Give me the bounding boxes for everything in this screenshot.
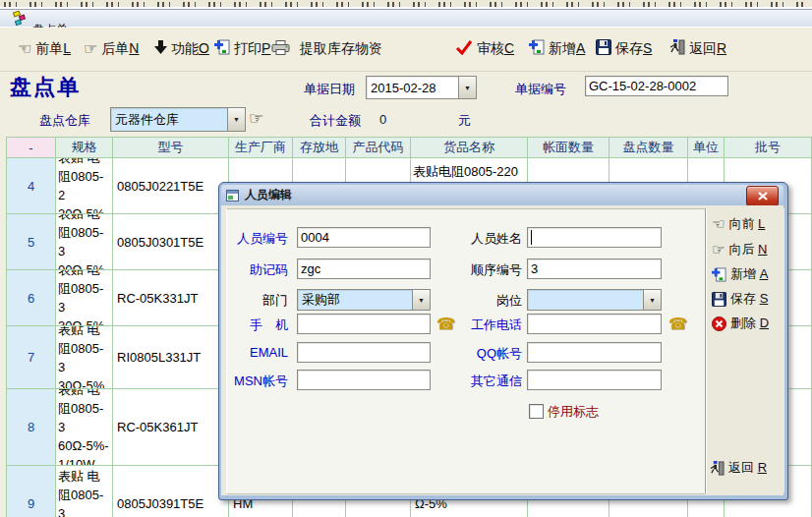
chevron-down-icon[interactable]: ▼ <box>458 77 476 98</box>
page-title: 盘点单 <box>10 73 81 102</box>
dialog-titlebar[interactable]: 人员编辑 <box>221 185 783 205</box>
return-button[interactable]: 返回R <box>669 28 726 71</box>
work-phone-label: 工作电话 <box>460 316 522 334</box>
dialog-title: 人员编辑 <box>245 187 292 203</box>
table-cell-spec[interactable]: 表贴 电 阻0805-3 00Ω-5% <box>56 214 113 270</box>
table-cell-model[interactable]: RI0805L331JT <box>113 326 229 389</box>
doc-no-input[interactable] <box>585 76 728 96</box>
phone-icon[interactable]: ☎ <box>436 316 456 332</box>
exit-door-icon <box>669 39 685 59</box>
save-button[interactable]: 保存S <box>596 28 652 71</box>
qq-input[interactable] <box>527 342 662 363</box>
column-header: 单位 <box>688 138 725 158</box>
functions-button[interactable]: 功能O <box>154 28 209 71</box>
dlg-return-button[interactable]: 返回 R <box>710 459 767 477</box>
chevron-down-icon[interactable]: ▼ <box>227 108 245 131</box>
floppy-icon <box>596 39 611 59</box>
table-cell-model[interactable]: RC-05K331JT <box>113 270 229 326</box>
text-caret <box>531 230 532 245</box>
hand-left-icon: ☜ <box>18 41 31 57</box>
dlg-backward-button[interactable]: ☞ 向后 N <box>712 241 767 258</box>
dlg-delete-button[interactable]: 删除 D <box>712 315 769 332</box>
emp-no-label: 人员编号 <box>226 230 288 248</box>
emp-name-input[interactable] <box>527 227 662 248</box>
printer-icon-button[interactable] <box>271 28 290 71</box>
label-text: 保存 <box>615 40 643 56</box>
audit-button[interactable]: 审核C <box>455 28 514 71</box>
dept-label: 部门 <box>226 292 288 310</box>
total-amount-label: 合计金额 <box>310 112 361 130</box>
phone-icon[interactable]: ☎ <box>668 316 688 332</box>
dialog-form-icon <box>226 190 239 201</box>
chevron-down-icon[interactable]: ▼ <box>643 290 661 310</box>
button-label: 前单L <box>35 40 71 58</box>
hotkey: R <box>758 460 767 475</box>
table-cell-spec[interactable]: 表贴 电 阻0805-3 60Ω-5%- 1/10W <box>56 389 113 466</box>
chevron-down-icon[interactable]: ▼ <box>412 290 430 310</box>
button-label: 新增 A <box>730 265 768 283</box>
post-label: 岗位 <box>460 292 522 310</box>
table-cell-spec[interactable]: 表贴 电 阻0805-3 30Ω-5% <box>56 270 113 326</box>
table-cell-rownum[interactable]: 5 <box>7 214 56 270</box>
disable-flag-label: 停用标志 <box>548 403 599 421</box>
print-button[interactable]: 打印P <box>214 28 270 71</box>
column-header: 规格 <box>56 138 113 158</box>
msn-input[interactable] <box>297 370 431 390</box>
label-text: 打印 <box>234 40 261 56</box>
label-text: 审核 <box>477 40 504 56</box>
hotkey: N <box>129 40 139 56</box>
work-phone-input[interactable] <box>527 314 662 334</box>
currency-unit: 元 <box>458 112 471 130</box>
emp-name-label: 人员姓名 <box>460 230 522 248</box>
hotkey: N <box>758 242 767 257</box>
table-cell-model[interactable]: 0805J0391T5E <box>113 466 229 517</box>
button-label: 向前 L <box>728 215 765 233</box>
table-cell-spec[interactable]: 表贴 电 阻0805-3 90Ω-5% <box>56 466 113 517</box>
hotkey: A <box>576 40 585 56</box>
extract-stock-button[interactable]: 提取库存物资 <box>300 28 382 71</box>
dlg-save-button[interactable]: 保存 S <box>712 290 768 308</box>
post-combo[interactable]: ▼ <box>527 289 662 311</box>
column-header: 货品名称 <box>411 138 528 158</box>
next-doc-button[interactable]: ☞ 后单N <box>84 28 139 71</box>
table-cell-model[interactable]: RC-05K361JT <box>113 389 229 466</box>
close-button[interactable] <box>746 186 779 206</box>
hand-right-icon: ☞ <box>712 243 725 258</box>
table-cell-spec[interactable]: 表贴 电 阻0805-3 30Ω-5% <box>56 326 113 389</box>
print-doc-icon <box>214 39 230 59</box>
hotkey: O <box>199 40 209 56</box>
other-contact-input[interactable] <box>527 370 662 390</box>
hand-right-icon[interactable]: ☞ <box>249 110 263 127</box>
dlg-forward-button[interactable]: ☜ 向前 L <box>712 215 765 233</box>
warehouse-label: 盘点仓库 <box>39 112 90 130</box>
table-cell-rownum[interactable]: 9 <box>7 466 56 517</box>
warehouse-combo[interactable]: 元器件仓库 ▼ <box>110 107 246 132</box>
label-text: 后单 <box>101 40 129 56</box>
table-cell-rownum[interactable]: 7 <box>7 326 56 389</box>
table-cell-model[interactable]: 0805J0221T5E <box>113 158 229 214</box>
doc-date-combo[interactable]: 2015-02-28 ▼ <box>366 76 477 99</box>
warehouse-value: 元器件仓库 <box>111 111 227 129</box>
email-input[interactable] <box>297 342 431 363</box>
dlg-add-button[interactable]: 新增 A <box>712 265 768 283</box>
table-cell-rownum[interactable]: 4 <box>7 158 56 214</box>
table-cell-rownum[interactable]: 6 <box>7 270 56 326</box>
msn-label: MSN帐号 <box>226 373 288 390</box>
disable-flag-checkbox[interactable] <box>529 404 544 419</box>
column-header: 批号 <box>725 138 812 158</box>
mobile-input[interactable] <box>297 314 431 334</box>
dept-combo[interactable]: 采购部 ▼ <box>297 289 431 311</box>
seq-no-input[interactable] <box>527 258 662 279</box>
table-cell-model[interactable]: 0805J0301T5E <box>113 214 229 270</box>
prev-doc-button[interactable]: ☜ 前单L <box>18 28 71 71</box>
button-label: 功能O <box>171 40 209 58</box>
table-cell-rownum[interactable]: 8 <box>7 389 56 466</box>
label-text: 新增 <box>549 40 576 56</box>
add-button[interactable]: 新增A <box>529 28 585 71</box>
mnemonic-input[interactable] <box>297 258 431 279</box>
button-label: 返回R <box>689 40 726 58</box>
emp-no-input[interactable] <box>297 227 431 248</box>
hotkey: S <box>760 291 769 306</box>
hotkey: S <box>643 40 652 56</box>
table-cell-spec[interactable]: 表贴 电 阻0805-2 20Ω-5% <box>56 158 113 214</box>
